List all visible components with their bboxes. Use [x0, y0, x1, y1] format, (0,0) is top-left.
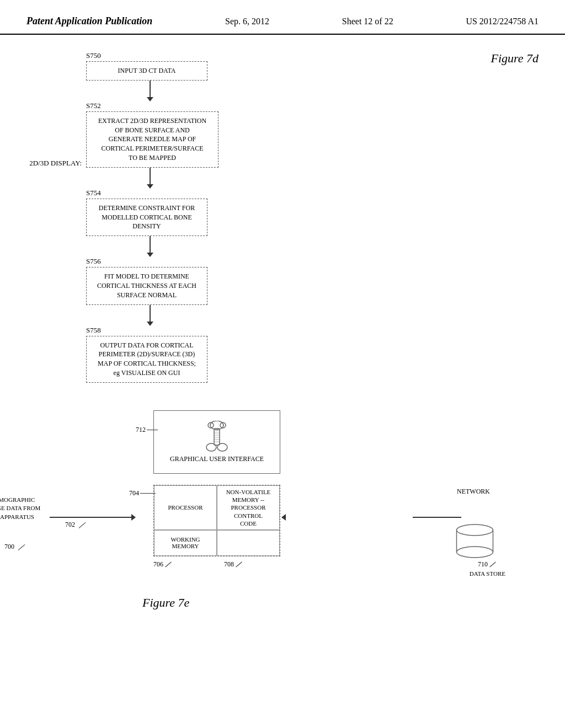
- connector-712: [147, 430, 158, 430]
- slash-700: [18, 544, 25, 550]
- empty-cell: [217, 530, 280, 556]
- arrow-line-1: [150, 81, 151, 97]
- step-text-s754: DETERMINE CONSTRAINT FORMODELLED CORTICA…: [99, 204, 195, 231]
- figure-7e: TOMOGRAPHICIMAGE DATA FROMCT APPARATUS 7…: [26, 399, 539, 610]
- tomo-arrow: [50, 517, 132, 518]
- ref-702: 702: [65, 521, 87, 529]
- ref-700: 700: [4, 543, 26, 551]
- flowchart-steps: S750 INPUT 3D CT DATA S752 EXTRACT 2D/3D…: [86, 51, 479, 383]
- processor-cell: PROCESSOR: [154, 485, 217, 530]
- step-text-s758: OUTPUT DATA FOR CORTICALPERIMETER (2D)/S…: [98, 341, 196, 377]
- step-box-s758: OUTPUT DATA FOR CORTICALPERIMETER (2D)/S…: [86, 336, 207, 383]
- ref-710: 710: [478, 560, 497, 569]
- arrow-line-4: [150, 305, 151, 322]
- ref-704: 704: [129, 489, 156, 497]
- ref-702-text: 702: [65, 521, 75, 528]
- svg-point-5: [217, 443, 227, 451]
- step-s758: S758 OUTPUT DATA FOR CORTICALPERIMETER (…: [86, 326, 207, 383]
- flowchart-area: 2D/3D DISPLAY: S750 INPUT 3D CT DATA: [26, 51, 539, 383]
- step-text-s752: EXTRACT 2D/3D REPRESENTATIONOF BONE SURF…: [98, 117, 206, 162]
- arrow-line-2: [150, 168, 151, 184]
- connector-704: [140, 493, 156, 494]
- tomo-text: TOMOGRAPHICIMAGE DATA FROMCT APPARATUS: [0, 496, 40, 520]
- processor-text: PROCESSOR: [168, 504, 203, 511]
- arrow-head-2: [147, 184, 153, 189]
- ref-710-text: 710: [478, 560, 488, 569]
- svg-point-12: [457, 524, 493, 536]
- step-box-s756: FIT MODEL TO DETERMINECORTICAL THICKNESS…: [86, 267, 207, 304]
- step-box-s752: EXTRACT 2D/3D REPRESENTATIONOF BONE SURF…: [86, 111, 218, 168]
- arrow-4: [147, 305, 153, 326]
- ref-704-text: 704: [129, 489, 139, 497]
- slash-708: [236, 561, 242, 567]
- figure-7e-label: Figure 7e: [142, 596, 189, 609]
- header-publication-title: Patent Application Publication: [26, 15, 152, 27]
- figure-7d-label: Figure 7d: [491, 51, 539, 66]
- data-store-label: DATA STORE: [470, 570, 505, 577]
- ref-708: 708: [224, 560, 243, 569]
- step-s750: S750 INPUT 3D CT DATA: [86, 51, 207, 81]
- ref-708-text: 708: [224, 560, 234, 569]
- ref-700-text: 700: [4, 543, 14, 550]
- network-arrow-line: [413, 517, 461, 518]
- svg-point-15: [457, 547, 493, 558]
- step-box-s754: DETERMINE CONSTRAINT FORMODELLED CORTICA…: [86, 199, 207, 236]
- data-store: [454, 523, 495, 559]
- step-text-s756: FIT MODEL TO DETERMINECORTICAL THICKNESS…: [97, 272, 196, 299]
- header-sheet: Sheet 12 of 22: [342, 17, 393, 26]
- cylinder-icon: [454, 523, 495, 559]
- slash-710: [489, 561, 495, 567]
- arrow-3: [147, 236, 153, 257]
- page-header: Patent Application Publication Sep. 6, 2…: [0, 0, 565, 35]
- ref-712-text: 712: [136, 426, 146, 434]
- proc-memory-box: PROCESSOR NON-VOLATILEMEMORY --PROCESSOR…: [153, 485, 280, 556]
- step-label-s758: S758: [86, 326, 101, 335]
- arrow-head-3: [147, 253, 153, 257]
- step-s754: S754 DETERMINE CONSTRAINT FORMODELLED CO…: [86, 189, 207, 236]
- slash-706: [165, 561, 171, 567]
- step-s752: S752 EXTRACT 2D/3D REPRESENTATIONOF BONE…: [86, 101, 218, 168]
- network-text: NETWORK: [457, 488, 490, 495]
- step-box-s750: INPUT 3D CT DATA: [86, 61, 207, 81]
- step-label-s756: S756: [86, 257, 101, 266]
- header-patent-number: US 2012/224758 A1: [466, 17, 539, 26]
- figure-7d: 2D/3D DISPLAY: S750 INPUT 3D CT DATA: [26, 51, 539, 383]
- arrow-2: [147, 168, 153, 189]
- figure-7e-label-container: Figure 7e: [142, 596, 189, 610]
- network-label: NETWORK: [457, 488, 490, 496]
- arrow-1: [147, 81, 153, 101]
- non-volatile-cell: NON-VOLATILEMEMORY --PROCESSORCONTROLCOD…: [217, 485, 280, 530]
- svg-point-4: [206, 443, 216, 451]
- display-label: 2D/3D DISPLAY:: [29, 159, 82, 168]
- arrow-line-3: [150, 236, 151, 253]
- non-volatile-text: NON-VOLATILEMEMORY --PROCESSORCONTROLCOD…: [226, 488, 271, 527]
- svg-rect-3: [214, 429, 220, 445]
- arrow-head-1: [147, 97, 153, 101]
- gui-box: GRAPHICAL USER INTERFACE: [153, 410, 280, 474]
- tomo-label: TOMOGRAPHICIMAGE DATA FROMCT APPARATUS: [0, 496, 49, 521]
- ref-706-text: 706: [153, 560, 163, 569]
- gui-text: GRAPHICAL USER INTERFACE: [170, 455, 264, 463]
- working-memory-cell: WORKINGMEMORY: [154, 530, 217, 556]
- step-s756: S756 FIT MODEL TO DETERMINECORTICAL THIC…: [86, 257, 207, 304]
- proc-grid: PROCESSOR NON-VOLATILEMEMORY --PROCESSOR…: [154, 485, 280, 556]
- arrow-head-4: [147, 322, 153, 326]
- step-label-s750: S750: [86, 51, 101, 60]
- network-arrowhead: [281, 514, 286, 521]
- step-label-s754: S754: [86, 189, 101, 197]
- step-label-s752: S752: [86, 101, 101, 110]
- step-text-s750: INPUT 3D CT DATA: [118, 67, 176, 74]
- data-store-text: DATA STORE: [470, 570, 505, 577]
- ref-712: 712: [136, 426, 158, 434]
- main-content: 2D/3D DISPLAY: S750 INPUT 3D CT DATA: [0, 35, 565, 621]
- working-memory-text: WORKINGMEMORY: [170, 536, 200, 549]
- ref-706: 706: [153, 560, 172, 569]
- header-date: Sep. 6, 2012: [225, 17, 269, 26]
- tomo-arrowhead: [131, 514, 136, 521]
- bone-icon: [203, 421, 231, 453]
- slash-702: [79, 522, 86, 528]
